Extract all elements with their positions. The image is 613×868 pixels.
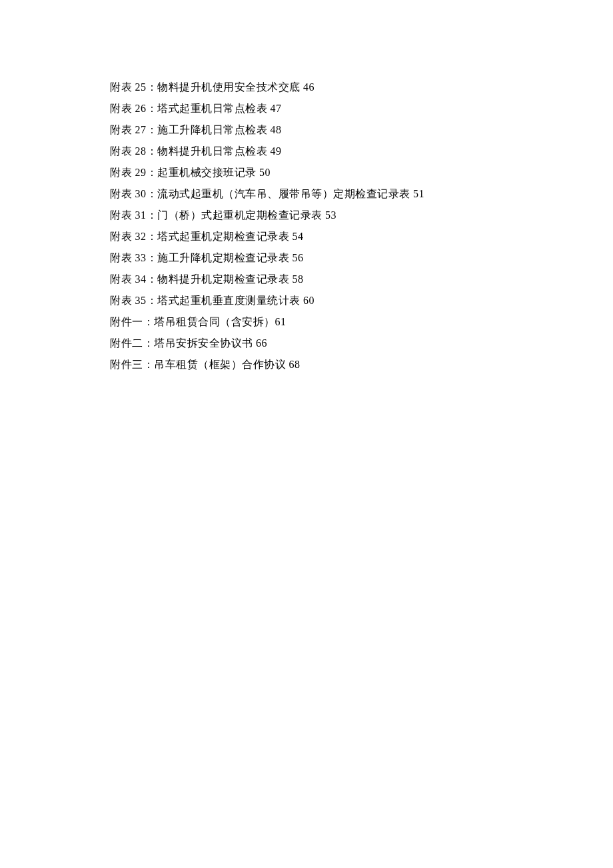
toc-entry: 附表 26：塔式起重机日常点检表 47 xyxy=(110,98,613,119)
toc-entry: 附表 28：物料提升机日常点检表 49 xyxy=(110,141,613,162)
toc-entry: 附表 35：塔式起重机垂直度测量统计表 60 xyxy=(110,290,613,311)
toc-entry: 附表 32：塔式起重机定期检查记录表 54 xyxy=(110,226,613,247)
toc-entry: 附件一：塔吊租赁合同（含安拆）61 xyxy=(110,311,613,333)
toc-entry: 附件三：吊车租赁（框架）合作协议 68 xyxy=(110,354,613,375)
toc-entry: 附表 31：门（桥）式起重机定期检查记录表 53 xyxy=(110,205,613,226)
toc-entry: 附表 25：物料提升机使用安全技术交底 46 xyxy=(110,77,613,98)
table-of-contents: 附表 25：物料提升机使用安全技术交底 46 附表 26：塔式起重机日常点检表 … xyxy=(110,77,613,375)
toc-entry: 附表 27：施工升降机日常点检表 48 xyxy=(110,119,613,141)
toc-entry: 附表 30：流动式起重机（汽车吊、履带吊等）定期检查记录表 51 xyxy=(110,183,613,205)
toc-entry: 附表 29：起重机械交接班记录 50 xyxy=(110,162,613,183)
toc-entry: 附表 33：施工升降机定期检查记录表 56 xyxy=(110,247,613,269)
toc-entry: 附表 34：物料提升机定期检查记录表 58 xyxy=(110,269,613,290)
toc-entry: 附件二：塔吊安拆安全协议书 66 xyxy=(110,333,613,354)
